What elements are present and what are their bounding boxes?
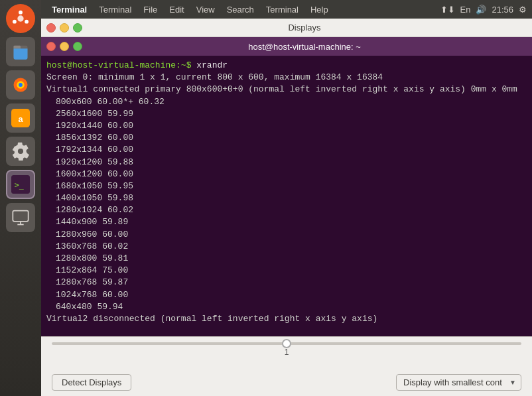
- resolution-row: 800x600 60.00*+ 60.32: [46, 96, 527, 108]
- settings-icon[interactable]: [6, 137, 35, 166]
- display-dropdown-wrapper: Display with smallest contDisplay with l…: [396, 374, 521, 391]
- svg-point-2: [19, 11, 23, 15]
- prompt-line: host@host-virtual-machine:~$ xrandr: [46, 60, 527, 72]
- displays-titlebar: Displays: [41, 19, 532, 37]
- svg-point-9: [19, 83, 23, 87]
- resolution-row: 1600x1200 60.00: [46, 168, 527, 180]
- menubar: Terminal Terminal File Edit View Search …: [41, 0, 532, 19]
- resolution-row: 1920x1200 59.88: [46, 157, 527, 168]
- menu-search[interactable]: Search: [222, 3, 259, 16]
- settings-gear-icon[interactable]: ⚙: [519, 5, 527, 15]
- resolution-row: 1360x768 60.02: [46, 241, 527, 253]
- terminal-min-button[interactable]: [60, 42, 69, 51]
- svg-rect-6: [14, 46, 21, 49]
- detect-displays-button[interactable]: Detect Displays: [52, 374, 131, 391]
- resolution-row: 1024x768 60.00: [46, 289, 527, 301]
- resolution-row: 1152x864 75.00: [46, 265, 527, 277]
- menu-terminal2[interactable]: Terminal: [261, 3, 304, 16]
- terminal-window-controls: [46, 42, 82, 51]
- menu-file[interactable]: File: [138, 3, 163, 16]
- bottom-panel: 1 Detect Displays Display with smallest …: [41, 336, 532, 396]
- resolution-row: 1920x1440 60.00: [46, 120, 527, 132]
- resolution-row: 1280x1024 60.02: [46, 204, 527, 216]
- resolution-table: 800x600 60.00*+ 60.32 2560x1600 59.99 19…: [46, 96, 527, 313]
- svg-point-4: [13, 20, 17, 24]
- display-dropdown[interactable]: Display with smallest contDisplay with l…: [396, 374, 521, 391]
- terminal-content[interactable]: host@host-virtual-machine:~$ xrandr Scre…: [41, 56, 532, 336]
- main-area: Terminal Terminal File Edit View Search …: [41, 0, 532, 396]
- menu-view[interactable]: View: [191, 3, 220, 16]
- minimize-button[interactable]: [60, 23, 69, 33]
- volume-indicator: 🔊: [476, 5, 486, 15]
- ubuntu-icon[interactable]: [6, 4, 35, 33]
- resolution-row: 2560x1600 59.99: [46, 108, 527, 120]
- window-controls: [46, 23, 82, 33]
- resolution-row: 640x480 59.94: [46, 301, 527, 313]
- time-display: 21:56: [492, 5, 513, 15]
- menu-terminal-app[interactable]: Terminal: [46, 3, 92, 16]
- resolution-row: 1400x1050 59.98: [46, 192, 527, 204]
- sidebar: a >_: [0, 0, 41, 396]
- resolution-row: 1280x960 60.00: [46, 229, 527, 241]
- amazon-icon[interactable]: a: [6, 103, 35, 133]
- resolution-row: 1280x800 59.81: [46, 253, 527, 265]
- resolution-row: 1280x768 59.87: [46, 277, 527, 289]
- menu-edit[interactable]: Edit: [164, 3, 189, 16]
- bottom-controls: Detect Displays Display with smallest co…: [41, 370, 532, 396]
- virtual2-info: Virtual2 disconnected (normal left inver…: [46, 313, 527, 325]
- svg-text:>_: >_: [15, 180, 25, 190]
- slider-thumb[interactable]: [282, 339, 291, 348]
- files-icon[interactable]: [6, 37, 35, 66]
- menubar-right: ⬆⬇ En 🔊 21:56 ⚙: [440, 5, 527, 15]
- firefox-icon[interactable]: [6, 70, 35, 99]
- slider-track: [52, 342, 521, 345]
- screen-info: Screen 0: minimum 1 x 1, current 800 x 6…: [46, 72, 527, 84]
- terminal-window-title: host@host-virtual-machine: ~: [82, 42, 527, 52]
- resolution-row: 1440x900 59.89: [46, 216, 527, 228]
- svg-point-3: [25, 20, 29, 24]
- terminal-max-button[interactable]: [73, 42, 82, 51]
- sidebar-display-icon[interactable]: [6, 203, 35, 232]
- menu-help[interactable]: Help: [305, 3, 334, 16]
- slider-area: 1: [41, 337, 532, 357]
- terminal-titlebar: host@host-virtual-machine: ~: [41, 37, 532, 56]
- slider-label: 1: [285, 348, 289, 357]
- prompt-host: host@host-virtual-machine:~$: [46, 60, 191, 70]
- prompt-command: xrandr: [196, 60, 228, 70]
- keyboard-indicator: ⬆⬇: [440, 5, 455, 15]
- svg-point-1: [17, 15, 23, 21]
- language-indicator: En: [460, 5, 471, 15]
- menu-terminal[interactable]: Terminal: [94, 3, 137, 16]
- resolution-row: 1680x1050 59.95: [46, 180, 527, 192]
- terminal-close-button[interactable]: [46, 42, 56, 51]
- sidebar-terminal-icon[interactable]: >_: [6, 170, 35, 199]
- displays-window-title: Displays: [82, 23, 527, 33]
- resolution-row: 1856x1392 60.00: [46, 132, 527, 144]
- svg-text:a: a: [18, 114, 23, 124]
- terminal-area: host@host-virtual-machine: ~ host@host-v…: [41, 37, 532, 336]
- maximize-button[interactable]: [73, 23, 82, 33]
- virtual1-info: Virtual1 connected primary 800x600+0+0 (…: [46, 84, 527, 96]
- resolution-row: 1792x1344 60.00: [46, 144, 527, 156]
- close-button[interactable]: [46, 23, 56, 33]
- svg-rect-14: [13, 211, 28, 222]
